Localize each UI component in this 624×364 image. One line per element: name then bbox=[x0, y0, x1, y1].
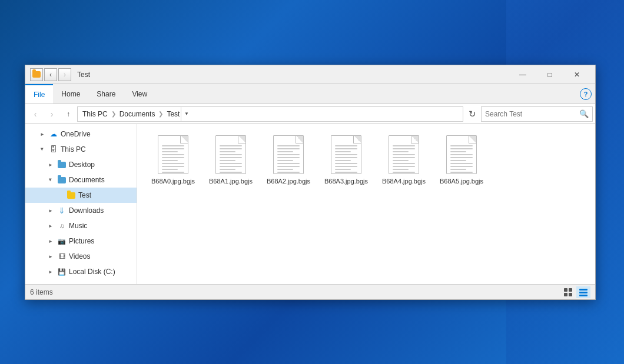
file-icon bbox=[213, 133, 248, 176]
doc-line bbox=[162, 148, 184, 149]
sidebar-item-this-pc[interactable]: ► 🗄 This PC bbox=[25, 142, 137, 157]
list-view-button[interactable] bbox=[576, 286, 590, 298]
titlebar-forward-btn[interactable]: › bbox=[58, 68, 71, 81]
svg-rect-1 bbox=[569, 288, 572, 292]
sidebar-item-local-disk[interactable]: ► 💾 Local Disk (C:) bbox=[25, 264, 137, 279]
window-controls: — □ ✕ bbox=[509, 65, 590, 84]
doc-page bbox=[446, 135, 477, 174]
doc-line bbox=[277, 166, 300, 167]
doc-line bbox=[450, 160, 466, 161]
file-item[interactable]: B68A5.jpg.bgjs bbox=[435, 131, 488, 188]
back-button[interactable]: ‹ bbox=[28, 106, 43, 122]
breadcrumb-this-pc[interactable]: This PC bbox=[81, 110, 109, 118]
file-item[interactable]: B68A2.jpg.bgjs bbox=[262, 131, 315, 188]
ribbon-spacer bbox=[155, 84, 576, 103]
sidebar-label-downloads: Downloads bbox=[69, 206, 104, 215]
doc-line bbox=[162, 151, 178, 152]
doc-line bbox=[335, 151, 351, 152]
file-item[interactable]: B68A4.jpg.bgjs bbox=[377, 131, 430, 188]
tab-view[interactable]: View bbox=[124, 84, 155, 103]
help-button[interactable]: ? bbox=[580, 88, 592, 100]
up-button[interactable]: ↑ bbox=[61, 106, 76, 122]
doc-line bbox=[162, 160, 178, 161]
tab-share[interactable]: Share bbox=[88, 84, 124, 103]
doc-lines bbox=[220, 145, 242, 173]
doc-line bbox=[220, 172, 242, 173]
tab-file[interactable]: File bbox=[25, 84, 53, 103]
file-item[interactable]: B68A0.jpg.bgjs bbox=[147, 131, 200, 188]
sidebar-item-desktop[interactable]: ► Desktop bbox=[25, 157, 137, 172]
search-box[interactable]: 🔍 bbox=[481, 106, 593, 122]
doc-line bbox=[393, 154, 415, 155]
expand-arrow-this-pc: ► bbox=[38, 145, 47, 153]
doc-lines bbox=[393, 145, 415, 173]
doc-line bbox=[220, 154, 242, 155]
ribbon-bar: File Home Share View ? bbox=[25, 84, 595, 104]
maximize-button[interactable]: □ bbox=[536, 65, 563, 84]
file-item[interactable]: B68A1.jpg.bgjs bbox=[204, 131, 257, 188]
music-icon: ♫ bbox=[57, 221, 67, 231]
sidebar-item-music[interactable]: ► ♫ Music bbox=[25, 218, 137, 233]
expand-arrow-onedrive: ► bbox=[38, 130, 47, 138]
breadcrumb-documents[interactable]: Documents bbox=[118, 110, 157, 118]
sidebar-item-test[interactable]: ► Test bbox=[25, 188, 137, 203]
doc-line bbox=[335, 163, 357, 164]
file-explorer-window: ‹ › Test — □ ✕ File Home Share View ? ‹ … bbox=[25, 65, 596, 300]
svg-rect-4 bbox=[579, 289, 588, 290]
doc-line bbox=[335, 172, 357, 173]
doc-line bbox=[393, 172, 415, 173]
address-dropdown-button[interactable]: ▼ bbox=[181, 106, 191, 122]
sidebar-label-onedrive: OneDrive bbox=[61, 130, 91, 138]
sidebar-item-pictures[interactable]: ► 📷 Pictures bbox=[25, 233, 137, 249]
doc-line bbox=[277, 172, 300, 173]
address-bar: ‹ › ↑ This PC ❯ Documents ❯ Test ▼ ↻ 🔍 bbox=[25, 104, 595, 124]
breadcrumb: This PC ❯ Documents ❯ Test bbox=[81, 110, 181, 118]
search-icon[interactable]: 🔍 bbox=[579, 109, 589, 118]
doc-page bbox=[158, 135, 188, 174]
titlebar-icon-btn[interactable] bbox=[30, 68, 43, 81]
doc-line bbox=[220, 160, 235, 161]
sidebar-item-videos[interactable]: ► 🎞 Videos bbox=[25, 249, 137, 264]
doc-line bbox=[450, 172, 473, 173]
file-item[interactable]: B68A3.jpg.bgjs bbox=[320, 131, 373, 188]
doc-line bbox=[335, 148, 357, 149]
address-path[interactable]: This PC ❯ Documents ❯ Test ▼ bbox=[77, 106, 463, 122]
file-name: B68A3.jpg.bgjs bbox=[324, 177, 368, 185]
refresh-button[interactable]: ↻ bbox=[464, 106, 480, 122]
doc-line bbox=[335, 166, 357, 167]
pc-icon: 🗄 bbox=[49, 145, 58, 154]
doc-line bbox=[450, 148, 473, 149]
titlebar-back-btn[interactable]: ‹ bbox=[44, 68, 57, 81]
file-name: B68A0.jpg.bgjs bbox=[151, 177, 195, 185]
doc-line bbox=[393, 157, 415, 158]
view-buttons bbox=[561, 286, 590, 298]
sidebar-item-documents[interactable]: ► Documents bbox=[25, 172, 137, 188]
doc-line bbox=[450, 169, 466, 170]
cloud-icon: ☁ bbox=[49, 129, 58, 139]
doc-line bbox=[220, 169, 235, 170]
doc-line bbox=[277, 163, 300, 164]
main-area: ► ☁ OneDrive ► 🗄 This PC ► Des bbox=[25, 124, 595, 284]
breadcrumb-test[interactable]: Test bbox=[165, 110, 181, 118]
sidebar-item-onedrive[interactable]: ► ☁ OneDrive bbox=[25, 126, 137, 142]
doc-line bbox=[393, 169, 409, 170]
minimize-button[interactable]: — bbox=[509, 65, 536, 84]
expand-arrow-downloads: ► bbox=[47, 206, 55, 215]
tab-home[interactable]: Home bbox=[53, 84, 88, 103]
sidebar-label-music: Music bbox=[69, 222, 87, 230]
search-input[interactable] bbox=[485, 110, 579, 118]
sidebar-label-videos: Videos bbox=[69, 252, 90, 261]
sidebar: ► ☁ OneDrive ► 🗄 This PC ► Des bbox=[25, 124, 137, 284]
close-button[interactable]: ✕ bbox=[563, 65, 590, 84]
forward-button[interactable]: › bbox=[44, 106, 59, 122]
sidebar-item-downloads[interactable]: ► ⇓ Downloads bbox=[25, 203, 137, 218]
content-area: B68A0.jpg.bgjs B68A1.jpg.bgjs B68A2.jpg.… bbox=[137, 124, 595, 284]
svg-rect-5 bbox=[579, 292, 588, 293]
file-icon bbox=[271, 133, 306, 176]
sidebar-label-pictures: Pictures bbox=[69, 237, 94, 245]
file-name: B68A5.jpg.bgjs bbox=[440, 177, 483, 185]
doc-lines bbox=[450, 145, 473, 173]
grid-view-button[interactable] bbox=[561, 286, 575, 298]
doc-line bbox=[162, 154, 184, 155]
file-name: B68A2.jpg.bgjs bbox=[267, 177, 310, 185]
